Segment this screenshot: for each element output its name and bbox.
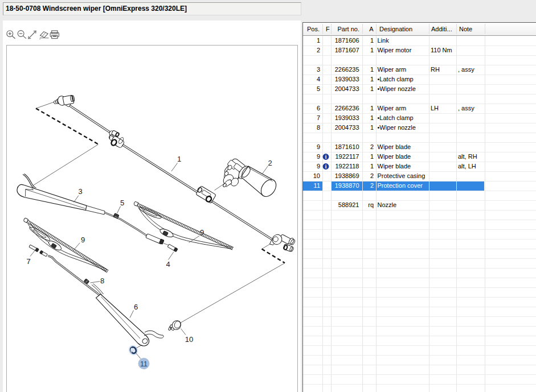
svg-text:3: 3 xyxy=(78,187,82,196)
svg-text:5: 5 xyxy=(120,199,124,207)
svg-text:7: 7 xyxy=(26,257,30,266)
svg-text:9: 9 xyxy=(81,236,85,244)
svg-text:11: 11 xyxy=(140,360,148,368)
svg-text:10: 10 xyxy=(185,335,193,344)
svg-text:6: 6 xyxy=(134,303,138,311)
svg-text:1: 1 xyxy=(177,155,181,163)
svg-text:8: 8 xyxy=(100,277,104,285)
svg-text:4: 4 xyxy=(166,260,170,269)
svg-text:9: 9 xyxy=(200,228,204,237)
svg-text:i: i xyxy=(325,154,327,160)
svg-text:2: 2 xyxy=(268,159,272,167)
svg-text:i: i xyxy=(325,164,327,170)
